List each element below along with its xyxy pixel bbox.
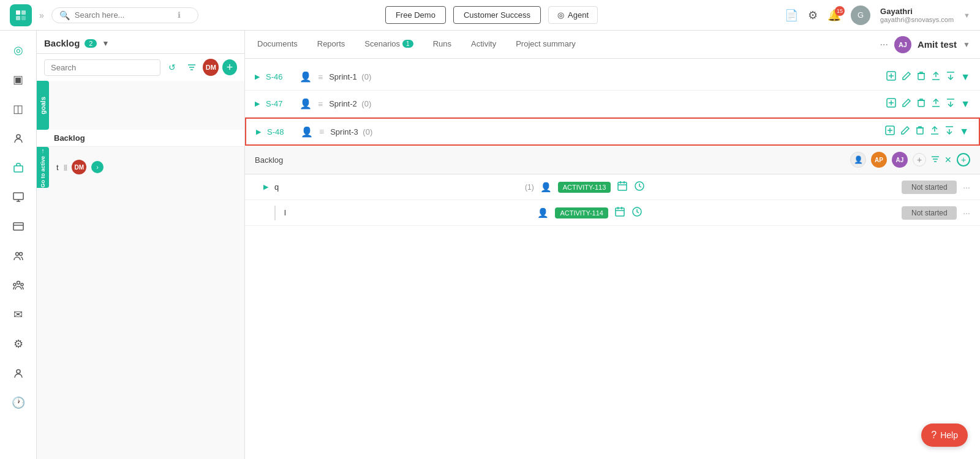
s47-add-icon[interactable] [886, 97, 897, 111]
s47-actions: ▼ [886, 97, 970, 111]
amit-test-dropdown[interactable]: ▼ [963, 40, 970, 49]
task-q-activity-badge[interactable]: ACTIVITY-113 [558, 182, 611, 193]
agent-button[interactable]: ◎ Agent [548, 6, 598, 24]
settings-icon[interactable]: ⚙ [808, 9, 818, 22]
expand-icon[interactable]: » [39, 10, 44, 20]
s47-delete-icon[interactable] [916, 98, 926, 110]
s48-upload-icon[interactable] [930, 125, 940, 138]
svg-point-13 [21, 283, 23, 286]
s48-menu-icon[interactable]: ≡ [319, 127, 324, 136]
search-bar[interactable]: 🔍 ℹ [51, 7, 198, 23]
sidebar-item-tv[interactable]: ▣ [6, 67, 31, 92]
s48-edit-icon[interactable] [900, 125, 910, 138]
task-q-person-icon: 👤 [540, 182, 552, 193]
s48-id[interactable]: S-48 [267, 127, 295, 136]
sidebar-item-calendar[interactable]: ◫ [6, 97, 31, 121]
s47-upload-icon[interactable] [931, 98, 941, 110]
s47-menu-icon[interactable]: ≡ [318, 99, 323, 109]
backlog-clear-icon[interactable]: ✕ [944, 155, 952, 165]
s47-chevron-icon[interactable]: ▼ [960, 99, 970, 110]
tab-documents[interactable]: Documents [255, 31, 300, 58]
notification-icon[interactable]: 🔔 15 [827, 9, 841, 22]
s46-download-icon[interactable] [946, 71, 956, 83]
go-active-tab[interactable]: ↑ Go to active [37, 147, 49, 188]
s48-download-icon[interactable] [944, 125, 954, 138]
go-arrow-button[interactable]: › [91, 161, 104, 173]
backlog-filter-icon[interactable] [931, 155, 940, 165]
tab-scenarios[interactable]: Scenarios 1 [362, 31, 415, 58]
sprint-row-s46: ▶ S-46 👤 ≡ Sprint-1 (0) [245, 64, 980, 91]
s46-chevron-icon[interactable]: ▼ [960, 72, 970, 83]
sidebar-item-person[interactable] [6, 126, 31, 151]
s46-upload-icon[interactable] [931, 71, 941, 83]
s47-id[interactable]: S-47 [266, 99, 293, 108]
s46-id[interactable]: S-46 [266, 72, 293, 81]
s47-edit-icon[interactable] [902, 98, 911, 110]
s46-add-icon[interactable] [886, 70, 897, 84]
s46-delete-icon[interactable] [916, 71, 926, 83]
task-l-clock-icon[interactable] [631, 206, 643, 220]
task-q-clock-icon[interactable] [634, 181, 645, 194]
tab-project-summary[interactable]: Project summary [513, 31, 578, 58]
s47-person-icon: 👤 [300, 98, 312, 110]
s46-edit-icon[interactable] [902, 71, 911, 83]
sidebar-item-team[interactable] [6, 273, 31, 297]
backlog-section-title: Backlog [255, 155, 844, 165]
sidebar-item-users[interactable] [6, 244, 31, 268]
task-q-status-button[interactable]: Not started [902, 181, 957, 194]
sprint-table: ▶ S-46 👤 ≡ Sprint-1 (0) [245, 59, 980, 459]
s47-download-icon[interactable] [946, 98, 956, 110]
svg-rect-38 [616, 208, 624, 216]
refresh-icon[interactable]: ↺ [164, 59, 180, 76]
task-q-calendar-icon[interactable] [617, 181, 628, 194]
backlog-dropdown-arrow[interactable]: ▼ [102, 39, 109, 48]
s46-menu-icon[interactable]: ≡ [318, 72, 323, 82]
nav-more-button[interactable]: ··· [880, 39, 888, 50]
free-demo-button[interactable]: Free Demo [385, 6, 446, 24]
s47-expand-arrow[interactable]: ▶ [255, 100, 260, 108]
task-l-activity-badge[interactable]: ACTIVITY-114 [555, 207, 608, 218]
tab-runs[interactable]: Runs [431, 31, 454, 58]
add-assignee-button[interactable]: + [913, 153, 926, 166]
s46-expand-arrow[interactable]: ▶ [255, 73, 260, 81]
sidebar-item-clock[interactable]: 🕐 [6, 390, 31, 415]
add-item-button[interactable]: + [222, 59, 237, 75]
help-icon: ? [931, 430, 937, 441]
task-q-name: q [274, 182, 519, 192]
filter-icon[interactable] [184, 59, 200, 76]
sidebar-item-goals[interactable]: ◎ [6, 38, 31, 62]
sidebar-item-user-settings[interactable] [6, 361, 31, 386]
sidebar-search-input[interactable] [44, 59, 160, 76]
tab-activity[interactable]: Activity [469, 31, 499, 58]
sidebar-item-card[interactable] [6, 214, 31, 239]
backlog-add-button[interactable]: + [957, 153, 970, 166]
sidebar-item-briefcase[interactable] [6, 155, 31, 180]
s48-delete-icon[interactable] [915, 125, 925, 138]
app-logo [10, 4, 32, 26]
customer-success-button[interactable]: Customer Success [453, 6, 541, 24]
search-input[interactable] [75, 10, 173, 20]
sidebar-item-gear[interactable]: ⚙ [6, 332, 31, 356]
s46-actions: ▼ [886, 70, 970, 84]
task-l-more-button[interactable]: ··· [963, 208, 970, 218]
nav-right: ··· AJ Amit test ▼ [880, 36, 970, 53]
s48-expand-arrow[interactable]: ▶ [256, 128, 261, 136]
sidebar-item-mail[interactable]: ✉ [6, 302, 31, 327]
s48-add-icon[interactable] [884, 125, 895, 138]
help-button[interactable]: ? Help [921, 424, 968, 447]
backlog-section-header: Backlog 👤 AP AJ + ✕ + [245, 146, 980, 174]
user-dropdown-arrow[interactable]: ▼ [963, 12, 970, 19]
document-icon[interactable]: 📄 [785, 9, 798, 22]
task-l-name: l [284, 208, 531, 217]
search-info-icon[interactable]: ℹ [178, 10, 181, 20]
header-center: Free Demo Customer Success ◎ Agent [206, 6, 777, 24]
goals-tab[interactable]: goals [37, 81, 49, 130]
task-l-status-button[interactable]: Not started [902, 206, 957, 220]
sidebar-search-area: ↺ DM + [37, 54, 244, 81]
s48-chevron-icon[interactable]: ▼ [959, 126, 969, 137]
task-l-calendar-icon[interactable] [614, 206, 625, 220]
tab-reports[interactable]: Reports [315, 31, 348, 58]
task-q-more-button[interactable]: ··· [963, 182, 970, 192]
sidebar-item-monitor[interactable] [6, 185, 31, 209]
task-q-expand[interactable]: ▶ [263, 183, 268, 191]
